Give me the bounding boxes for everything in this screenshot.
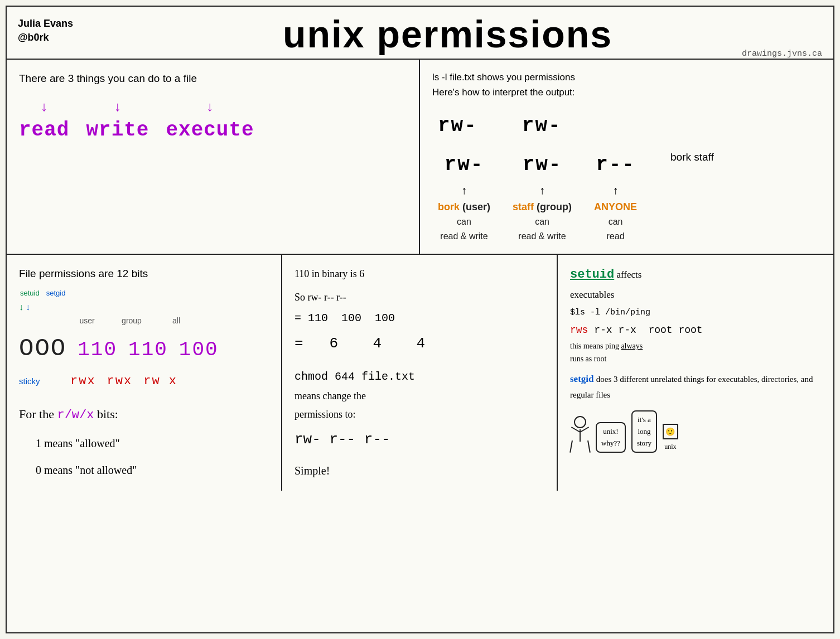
bits-labels-row: user group all xyxy=(19,314,269,328)
perm-rw2-letters: rw- xyxy=(523,149,562,181)
chmod-cmd: chmod 644 file.txt xyxy=(295,367,544,387)
ls-cmd: $ls -l /bin/ping xyxy=(570,306,821,320)
setgid-line: setgid does 3 different unrelated things… xyxy=(570,371,821,403)
cell-top-right: ls -l file.txt shows you permissions Her… xyxy=(420,60,833,254)
bork-col: rw- ↑ bork (user) can read & write xyxy=(438,149,490,244)
rwx-all: rw x xyxy=(143,371,177,391)
chmod-desc2: permissions to: xyxy=(295,405,544,423)
rws-text: rws r-x r-x root root xyxy=(570,325,703,336)
staff-label: staff (group) xyxy=(513,199,572,215)
anyone-label: ANYONE xyxy=(594,199,637,215)
bubble2: it's a long story xyxy=(631,410,657,453)
anyone-arrow-up: ↑ xyxy=(613,181,619,199)
bork-can: can xyxy=(457,215,471,229)
bork-desc: read & write xyxy=(440,229,487,244)
bubble2-line2: long xyxy=(637,425,651,437)
ooo-arrows: ↓ ↓ xyxy=(19,299,269,314)
execute-arrow: ↓ xyxy=(207,100,214,113)
cell-bottom-left: File permissions are 12 bits setuid setg… xyxy=(7,255,282,491)
top-grid: There are 3 things you can do to a file … xyxy=(7,59,833,254)
write-word: write xyxy=(86,113,149,147)
stick-legs xyxy=(572,440,588,453)
stick-leg-right xyxy=(587,440,591,453)
author-handle: @b0rk xyxy=(18,31,73,45)
always-text: always xyxy=(621,342,643,350)
bubble1-line2: why?? xyxy=(601,437,620,449)
simple-text: Simple! xyxy=(295,461,544,481)
cell-bottom-right: setuid affects executables $ls -l /bin/p… xyxy=(558,255,833,491)
setuid-ann: setuid xyxy=(20,287,40,299)
chmod-block: chmod 644 file.txt means change the perm… xyxy=(295,367,544,481)
perm-col-bork: rw- rw- xyxy=(438,110,562,144)
smiley-box: 🙂 xyxy=(663,424,678,439)
bits-all: 100 xyxy=(179,333,219,367)
write-item: ↓ write xyxy=(86,100,149,147)
bits-group: 110 xyxy=(128,333,168,367)
all-label: all xyxy=(160,314,193,328)
chmod-desc1: means change the xyxy=(295,387,544,405)
perm-rw1-letters: rw- xyxy=(445,149,484,181)
ooo-section: setuid setgid ↓ ↓ user group all OOO 110… xyxy=(19,287,269,391)
binary-eq-block: So rw- r-- r-- = 110 100 100 = 6 4 4 xyxy=(295,288,544,357)
header: Julia Evans @b0rk unix permissions drawi… xyxy=(7,7,833,59)
bubble2-line1: it's a xyxy=(637,414,651,425)
stick-head xyxy=(574,416,586,428)
stick-person xyxy=(570,416,590,453)
main-title: unix permissions xyxy=(73,12,822,56)
setuid-arrow: ↓ xyxy=(19,299,23,314)
author-name: Julia Evans xyxy=(18,17,73,31)
eq3-text: = 6 4 4 xyxy=(295,331,425,357)
anyone-col: r-- ↑ ANYONE can read xyxy=(594,149,637,244)
perm-rw1: rw- xyxy=(438,110,477,142)
perm-row: rw- rw- xyxy=(438,110,821,144)
executables-text: executables xyxy=(570,287,821,303)
eq1: So rw- r-- r-- xyxy=(295,288,544,306)
stick-leg-left xyxy=(569,440,573,453)
setgid-desc-text: does 3 different unrelated things for ex… xyxy=(570,375,813,399)
rws-line: rws r-x r-x root root xyxy=(570,322,821,339)
rws-s: rws xyxy=(570,325,588,336)
cell-bottom-mid: 110 in binary is 6 So rw- r-- r-- = 110 … xyxy=(282,255,558,491)
eq2-row: = 110 100 100 xyxy=(295,308,544,328)
read-arrow: ↓ xyxy=(41,100,47,113)
rule1-text: 1 means "allowed" xyxy=(36,434,269,453)
chmod-result: rw- r-- r-- xyxy=(295,427,544,453)
setgid-word: setgid xyxy=(570,374,594,384)
anyone-can: can xyxy=(609,215,623,229)
write-arrow: ↓ xyxy=(114,100,121,113)
rwx-user: rwx xyxy=(70,371,96,391)
rwx-row: sticky rwx rwx rw x xyxy=(19,371,269,391)
bubble1-line1: unix! xyxy=(601,425,620,437)
page: Julia Evans @b0rk unix permissions drawi… xyxy=(6,6,834,633)
bork-arrow-up: ↑ xyxy=(461,181,467,199)
bubble2-line3: story xyxy=(637,437,651,449)
group-label: group xyxy=(115,314,148,328)
perm-r-letters: r-- xyxy=(596,149,635,181)
bork-label: bork (user) xyxy=(438,199,490,215)
user-label: user xyxy=(70,314,104,328)
rwx-group: rwx xyxy=(107,371,133,391)
setgid-arrow: ↓ xyxy=(26,299,30,314)
ooo-circles: OOO xyxy=(19,328,66,370)
read-word: read xyxy=(19,113,69,147)
site-url: drawings.jvns.ca xyxy=(742,49,822,59)
ooo-annotations: setuid setgid xyxy=(20,287,269,299)
staff-desc: read & write xyxy=(518,229,566,244)
setuid-line: setuid affects xyxy=(570,265,821,285)
bits-user: 110 xyxy=(78,333,117,367)
setgid-ann: setgid xyxy=(46,287,66,299)
ping-note: this means ping always xyxy=(570,340,821,352)
rwx-code: r/w/x xyxy=(57,408,94,422)
author-block: Julia Evans @b0rk xyxy=(18,17,73,45)
execute-item: ↓ execute xyxy=(166,100,254,147)
perm-rw2: rw- xyxy=(522,110,562,142)
rwe-row: ↓ read ↓ write ↓ execute xyxy=(19,100,407,147)
bubble1: unix! why?? xyxy=(596,422,626,453)
for-bits-text: For the r/w/x bits: xyxy=(19,404,269,425)
bits-title: File permissions are 12 bits xyxy=(19,265,269,283)
perm-bottom-row: rw- ↑ bork (user) can read & write rw- ↑… xyxy=(438,149,821,244)
affects-text: affects xyxy=(616,269,641,280)
eq3-row: = 6 4 4 xyxy=(295,331,544,357)
unix-label-text: unix xyxy=(664,442,676,453)
intro-text: There are 3 things you can do to a file xyxy=(19,70,407,88)
